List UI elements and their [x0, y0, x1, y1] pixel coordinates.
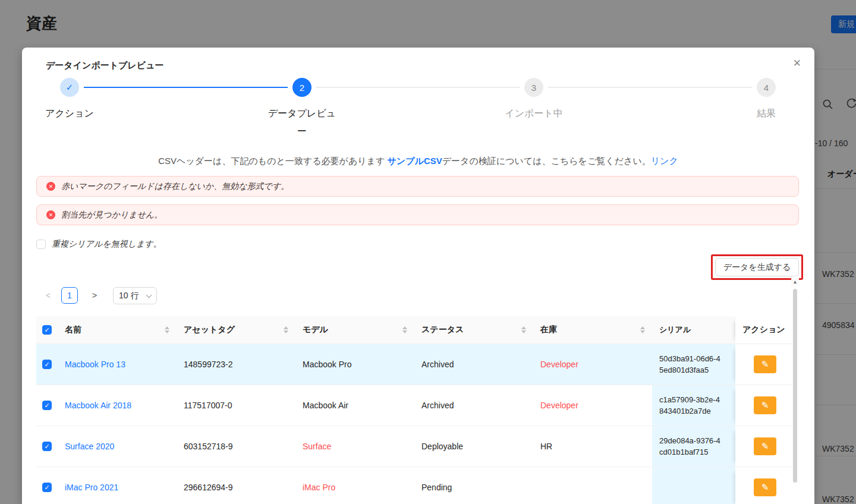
header-label: アクション: [742, 325, 785, 335]
asset-name-link[interactable]: iMac Pro 2021: [65, 483, 118, 492]
csv-instruction: CSVヘッダーは、下記のものと一致する必要があります サンプルCSVデータの検証…: [22, 156, 814, 167]
page-size-select[interactable]: 10 行: [113, 287, 157, 304]
cell-name: iMac Pro 2021: [58, 467, 177, 504]
sort-icon: [284, 326, 288, 333]
error-alert: ✕ 赤いマークのフィールドは存在しないか、無効な形式です。: [36, 176, 799, 197]
alert-message: 赤いマークのフィールドは存在しないか、無効な形式です。: [61, 181, 289, 192]
scrollbar-thumb[interactable]: [793, 289, 797, 483]
cell-stock: Developer: [533, 385, 652, 426]
header-asset-tag[interactable]: アセットタグ: [177, 316, 295, 344]
select-all-checkbox[interactable]: ✓: [42, 325, 52, 335]
asset-name-link[interactable]: Surface 2020: [65, 442, 114, 451]
row-checkbox[interactable]: ✓: [42, 401, 52, 410]
sample-csv-link[interactable]: サンプルCSV: [388, 156, 442, 166]
error-alert: ✕ 割当先が見つかりません。: [36, 204, 799, 225]
step-label-importing: インポート中: [505, 105, 563, 122]
cell-serial: c1a57909-3b2e-4843401b2a7de: [652, 385, 735, 426]
error-circle-icon: ✕: [46, 182, 55, 191]
screen: 資産 新規 -10 / 160 オーダー WK7352 4905834 WK73…: [0, 0, 856, 504]
step-connector: [316, 87, 520, 88]
close-icon[interactable]: ✕: [793, 57, 801, 70]
pencil-icon: ✎: [761, 441, 769, 452]
edit-button: ✎: [754, 478, 776, 496]
serial-line: 843401b2a7de: [659, 405, 711, 417]
next-page-icon[interactable]: >: [92, 287, 97, 304]
cell-action: ✎: [735, 385, 795, 426]
cell-serial: 29de084a-9376-4cd01b1baf715: [652, 426, 735, 467]
header-label: 在庫: [540, 325, 557, 335]
header-status[interactable]: ステータス: [414, 316, 533, 344]
header-label: シリアル: [659, 325, 691, 335]
sort-icon: [521, 326, 526, 333]
step-1-check-icon: ✓: [60, 78, 79, 97]
edit-button: ✎: [754, 396, 776, 414]
doc-link[interactable]: リンク: [651, 156, 678, 166]
asset-name-link[interactable]: Macbook Air 2018: [65, 401, 131, 410]
edit-button: ✎: [754, 437, 776, 455]
cell-model: iMac Pro: [295, 467, 414, 504]
table-scrollbar[interactable]: ▲: [791, 278, 799, 504]
cell-tag: 148599723-2: [177, 344, 295, 385]
cell-name: Macbook Pro 13: [58, 344, 177, 385]
cell-model: Surface: [295, 426, 414, 467]
step-label-action: アクション: [45, 105, 94, 122]
page-size-value: 10 行: [119, 291, 139, 301]
pencil-icon: ✎: [761, 482, 769, 493]
pencil-icon: ✎: [761, 359, 769, 370]
generate-data-button[interactable]: データを生成する: [715, 258, 799, 276]
serial-line: 50d3ba91-06d6-4: [659, 353, 720, 364]
cell-stock: [533, 467, 652, 504]
preview-table: ✓ 名前 アセットタグ モデル ステータス 在庫 シリアル アクション ✓ Ma…: [36, 316, 795, 504]
asset-name-link[interactable]: Macbook Pro 13: [65, 360, 125, 369]
prev-page-icon[interactable]: <: [46, 287, 51, 304]
serial-line: c1a57909-3b2e-4: [659, 394, 720, 405]
header-name[interactable]: 名前: [58, 316, 177, 344]
row-checkbox-cell: ✓: [36, 385, 58, 426]
step-label-data-preview: データプレビュー: [266, 105, 338, 140]
cell-model: Macbook Pro: [295, 344, 414, 385]
row-checkbox[interactable]: ✓: [42, 483, 52, 492]
pencil-icon: ✎: [761, 400, 769, 411]
scroll-up-icon[interactable]: ▲: [791, 278, 799, 286]
row-checkbox[interactable]: ✓: [42, 442, 52, 451]
table-row: ✓ iMac Pro 2021 296612694-9 iMac Pro Pen…: [36, 467, 795, 504]
header-label: 名前: [65, 325, 81, 335]
cell-stock: Developer: [533, 344, 652, 385]
table-body: ✓ Macbook Pro 13 148599723-2 Macbook Pro…: [36, 344, 795, 504]
data-import-preview-modal: データインポートプレビュー ✕ ✓ 2 3 4 アクション データプレビュー イ…: [22, 48, 814, 504]
row-checkbox[interactable]: ✓: [42, 360, 52, 369]
ignore-duplicates-label: 重複シリアルを無視します。: [52, 239, 162, 250]
cell-status: Deployable: [414, 426, 533, 467]
error-circle-icon: ✕: [46, 210, 55, 219]
table-header-row: ✓ 名前 アセットタグ モデル ステータス 在庫 シリアル アクション: [36, 316, 795, 344]
step-3-circle: 3: [524, 78, 543, 97]
header-model[interactable]: モデル: [295, 316, 414, 344]
cell-serial: 50d3ba91-06d6-45ed801d3faa5: [652, 344, 735, 385]
page-number-button[interactable]: 1: [61, 287, 78, 304]
edit-button: ✎: [754, 355, 776, 373]
header-checkbox-cell: ✓: [36, 316, 58, 344]
alert-message: 割当先が見つかりません。: [61, 210, 162, 220]
cell-tag: 296612694-9: [177, 467, 295, 504]
step-2-circle: 2: [292, 78, 311, 97]
cell-name: Macbook Air 2018: [58, 385, 177, 426]
header-label: アセットタグ: [184, 325, 235, 335]
cell-tag: 603152718-9: [177, 426, 295, 467]
cell-model: Macbook Air: [295, 385, 414, 426]
sort-icon: [165, 326, 169, 333]
ignore-duplicates-row: 重複シリアルを無視します。: [36, 239, 162, 250]
serial-line: 5ed801d3faa5: [659, 364, 709, 376]
header-action: アクション: [735, 316, 795, 344]
cell-status: Archived: [414, 385, 533, 426]
step-label-result: 結果: [757, 105, 776, 122]
cell-action: ✎: [735, 426, 795, 467]
header-stock[interactable]: 在庫: [533, 316, 652, 344]
ignore-duplicates-checkbox[interactable]: [36, 240, 46, 249]
instruction-text: CSVヘッダーは、下記のものと一致する必要があります: [158, 156, 387, 166]
table-row: ✓ Macbook Pro 13 148599723-2 Macbook Pro…: [36, 344, 795, 385]
cell-stock: HR: [533, 426, 652, 467]
cell-status: Archived: [414, 344, 533, 385]
serial-line: 29de084a-9376-4: [659, 435, 720, 446]
table-row: ✓ Surface 2020 603152718-9 Surface Deplo…: [36, 426, 795, 467]
step-connector: [84, 87, 288, 88]
